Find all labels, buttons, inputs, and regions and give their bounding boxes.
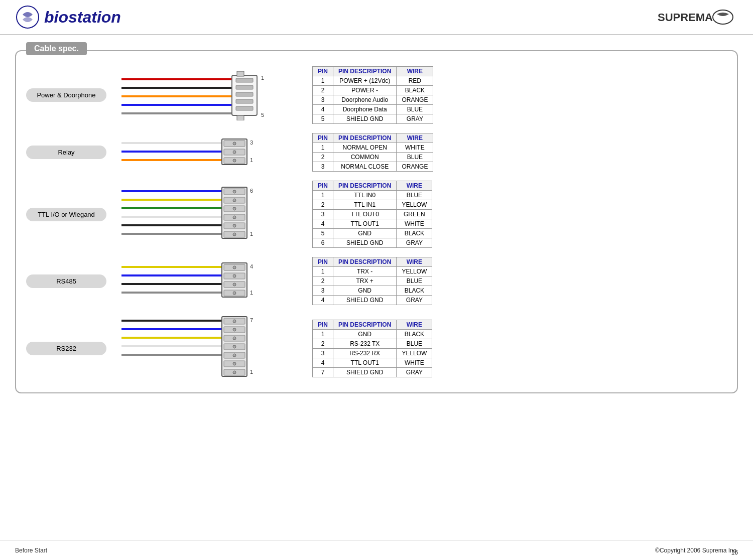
svg-point-1 (713, 10, 733, 24)
pin-cell: 3 (313, 348, 333, 358)
connector-row-relay: Relay31PINPIN DESCRIPTIONWIRE1NORMAL OPE… (26, 133, 727, 172)
svg-text:1: 1 (250, 231, 253, 237)
pin-cell: 1 (313, 143, 333, 153)
wire-cell: WHITE (397, 358, 432, 367)
svg-point-48 (233, 233, 236, 236)
svg-point-85 (233, 371, 236, 374)
wire-diagram: 41 (121, 260, 282, 302)
svg-rect-9 (236, 78, 253, 82)
pin-cell: 3 (313, 286, 333, 296)
connector-row-rs232: RS23271PINPIN DESCRIPTIONWIRE1GNDBLACK2R… (26, 314, 727, 382)
wire-cell: BLACK (397, 86, 433, 95)
pin-cell: 2 (313, 200, 333, 210)
wire-cell: YELLOW (397, 267, 432, 276)
svg-text:1: 1 (250, 157, 253, 163)
svg-rect-15 (237, 115, 244, 120)
pin-table-row: 1NORMAL OPENWHITE (313, 143, 433, 153)
wire-diagram-relay: 31 (121, 136, 297, 169)
pin-cell: 2 (313, 86, 333, 95)
desc-cell: POWER + (12Vdc) (333, 76, 397, 86)
desc-cell: TTL OUT0 (333, 210, 397, 219)
pin-table-row: 1TTL IN0BLUE (313, 191, 432, 200)
svg-text:7: 7 (250, 317, 253, 323)
wire-cell: RED (397, 76, 433, 86)
pin-cell: 1 (313, 191, 333, 200)
wire-cell: ORANGE (397, 162, 433, 172)
svg-text:1: 1 (250, 290, 253, 296)
wire-cell: ORANGE (397, 95, 433, 105)
wire-diagram: 31 (121, 136, 282, 169)
wire-cell: GRAY (397, 114, 433, 124)
pin-table-row: 2COMMONBLUE (313, 153, 433, 162)
svg-text:1: 1 (261, 74, 264, 80)
wire-cell: BLUE (397, 339, 432, 348)
biostation-logo-icon (15, 5, 40, 30)
pin-table-row: 6SHIELD GNDGRAY (313, 238, 432, 248)
pin-table-row: 4TTL OUT1WHITE (313, 358, 432, 367)
desc-cell: GND (333, 286, 397, 296)
footer: Before Start ©Copyright 2006 Suprema Inc… (0, 540, 753, 560)
wire-cell: WHITE (397, 219, 432, 229)
svg-text:1: 1 (250, 369, 253, 375)
desc-cell: Doorphone Data (333, 105, 397, 114)
wire-cell: BLACK (397, 286, 432, 296)
wire-cell: BLACK (397, 329, 432, 339)
desc-cell: COMMON (333, 153, 397, 162)
pin-table-row: 2RS-232 TXBLUE (313, 339, 432, 348)
pin-cell: PIN (313, 257, 333, 267)
svg-point-83 (233, 362, 236, 365)
svg-rect-12 (236, 99, 253, 103)
svg-rect-11 (236, 92, 253, 96)
connector-label-ttl-wiegand: TTL I/O or Wiegand (26, 208, 106, 221)
wire-cell: BLACK (397, 229, 432, 238)
connector-row-power-doorphone: Power & Doorphone15PINPIN DESCRIPTIONWIR… (26, 66, 727, 124)
svg-point-25 (233, 151, 236, 154)
pin-cell: 2 (313, 276, 333, 286)
desc-cell: RS-232 RX (333, 348, 397, 358)
svg-text:5: 5 (261, 111, 264, 117)
wire-cell: BLUE (397, 276, 432, 286)
pin-table-row: 4SHIELD GNDGRAY (313, 296, 432, 305)
pin-table-power-doorphone: PINPIN DESCRIPTIONWIRE1POWER + (12Vdc)RE… (312, 66, 433, 124)
svg-point-73 (233, 320, 236, 323)
pin-table-row: 1POWER + (12Vdc)RED (313, 76, 433, 86)
wire-cell: GRAY (397, 296, 432, 305)
svg-point-42 (233, 207, 236, 210)
desc-cell: TTL IN0 (333, 191, 397, 200)
connector-label-rs485: RS485 (26, 274, 106, 288)
pin-cell: 2 (313, 153, 333, 162)
pin-table-row: 2TTL IN1YELLOW (313, 200, 432, 210)
desc-cell: TTL OUT1 (333, 358, 397, 367)
svg-point-23 (233, 142, 236, 145)
desc-cell: TRX - (333, 267, 397, 276)
wire-cell: GRAY (397, 238, 432, 248)
pin-cell: 1 (313, 76, 333, 86)
desc-cell: TTL OUT1 (333, 219, 397, 229)
svg-rect-13 (236, 106, 253, 110)
svg-text:4: 4 (250, 263, 253, 269)
pin-table-header: PINPIN DESCRIPTIONWIRE (313, 67, 433, 76)
pin-table-header: PINPIN DESCRIPTIONWIRE (313, 257, 432, 267)
header: biostation SUPREMA (0, 0, 753, 35)
desc-cell: PIN DESCRIPTION (333, 67, 397, 76)
pin-cell: 1 (313, 267, 333, 276)
pin-table-ttl-wiegand: PINPIN DESCRIPTIONWIRE1TTL IN0BLUE2TTL I… (312, 181, 432, 248)
pin-table-row: 1TRX -YELLOW (313, 267, 432, 276)
footer-right: ©Copyright 2006 Suprema Inc. (655, 547, 738, 554)
wire-cell: WIRE (397, 257, 432, 267)
svg-point-57 (233, 266, 236, 269)
wire-diagram: 61 (121, 185, 282, 244)
svg-point-44 (233, 216, 236, 219)
pin-table-header: PINPIN DESCRIPTIONWIRE (313, 133, 433, 143)
pin-table-header: PINPIN DESCRIPTIONWIRE (313, 320, 432, 329)
desc-cell: PIN DESCRIPTION (333, 320, 397, 329)
svg-point-38 (233, 190, 236, 193)
wire-cell: WIRE (397, 133, 433, 143)
pin-cell: 4 (313, 105, 333, 114)
pin-table-row: 3NORMAL CLOSEORANGE (313, 162, 433, 172)
wire-diagram-rs232: 71 (121, 314, 297, 382)
pin-cell: 5 (313, 114, 333, 124)
desc-cell: NORMAL CLOSE (333, 162, 397, 172)
wire-cell: BLUE (397, 191, 432, 200)
pin-cell: 1 (313, 329, 333, 339)
